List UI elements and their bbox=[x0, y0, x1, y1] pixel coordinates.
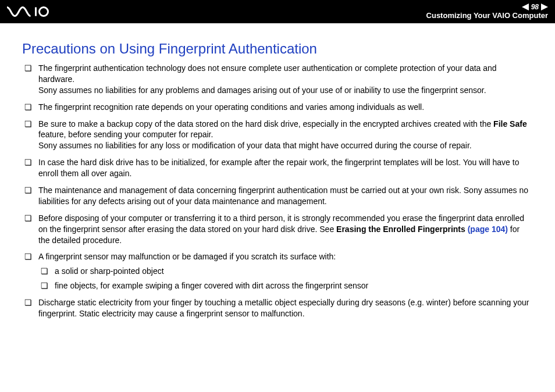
list-item: Be sure to make a backup copy of the dat… bbox=[22, 119, 533, 152]
vaio-logo bbox=[7, 6, 59, 17]
section-label: Customizing Your VAIO Computer bbox=[426, 11, 548, 20]
page-number: 98 bbox=[531, 3, 539, 11]
content-area: Precautions on Using Fingerprint Authent… bbox=[0, 23, 555, 319]
page-nav: 98 bbox=[426, 3, 548, 11]
svg-rect-0 bbox=[35, 8, 37, 16]
sub-list: a solid or sharp-pointed object fine obj… bbox=[38, 266, 533, 291]
list-item: The fingerprint recognition rate depends… bbox=[22, 102, 533, 113]
vaio-logo-svg bbox=[7, 6, 59, 17]
header-right: 98 Customizing Your VAIO Computer bbox=[426, 3, 548, 20]
prev-page-arrow-icon[interactable] bbox=[522, 3, 529, 10]
list-item: The fingerprint authentication technolog… bbox=[22, 63, 533, 96]
list-item: Before disposing of your computer or tra… bbox=[22, 213, 533, 246]
list-item: A fingerprint sensor may malfunction or … bbox=[22, 251, 533, 291]
list-item: In case the hard disk drive has to be in… bbox=[22, 157, 533, 179]
page-title: Precautions on Using Fingerprint Authent… bbox=[22, 41, 533, 57]
list-item: Discharge static electricity from your f… bbox=[22, 297, 533, 319]
precautions-list: The fingerprint authentication technolog… bbox=[22, 63, 533, 319]
next-page-arrow-icon[interactable] bbox=[541, 3, 548, 10]
svg-point-1 bbox=[40, 8, 48, 16]
sub-list-item: fine objects, for example swiping a fing… bbox=[38, 280, 533, 291]
page-link[interactable]: (page 104) bbox=[468, 224, 508, 234]
page-header: 98 Customizing Your VAIO Computer bbox=[0, 0, 555, 23]
list-item: The maintenance and management of data c… bbox=[22, 185, 533, 207]
sub-list-item: a solid or sharp-pointed object bbox=[38, 266, 533, 277]
